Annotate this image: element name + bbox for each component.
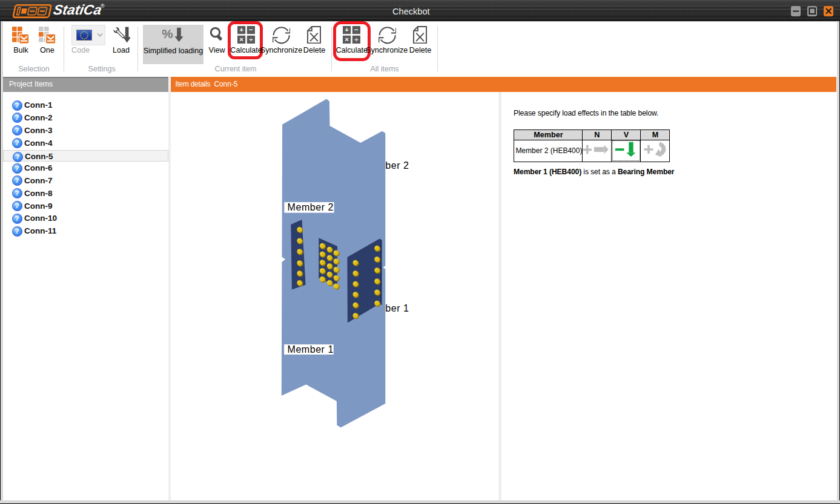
svg-text:×: × <box>239 36 243 43</box>
svg-text:Member 2: Member 2 <box>288 202 334 212</box>
svg-text:StatiCa: StatiCa <box>52 2 103 18</box>
svg-text:%: % <box>162 27 173 41</box>
svg-text:ber 2: ber 2 <box>385 160 409 171</box>
svg-text:®: ® <box>101 3 105 9</box>
svg-text:×: × <box>345 36 349 43</box>
svg-text:−: − <box>249 27 253 34</box>
svg-text:Member 1: Member 1 <box>288 344 334 355</box>
svg-text:÷: ÷ <box>249 36 253 43</box>
svg-text:+: + <box>345 27 349 34</box>
svg-text:ber 1: ber 1 <box>385 303 409 313</box>
svg-text:+: + <box>239 27 243 34</box>
svg-text:−: − <box>354 27 359 34</box>
svg-text:÷: ÷ <box>355 36 359 43</box>
